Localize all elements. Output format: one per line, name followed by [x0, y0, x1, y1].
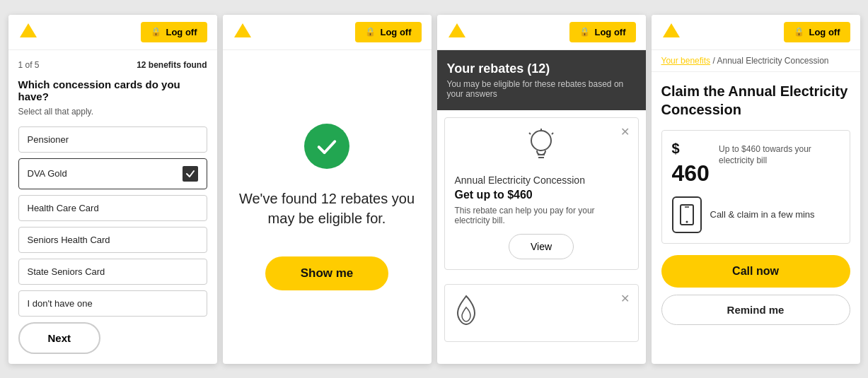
detail-body: Claim the Annual Electricity Concession … [652, 72, 860, 364]
option-dva-gold[interactable]: DVA Gold [18, 158, 207, 189]
lock-icon-4: 🔒 [794, 27, 804, 37]
detail-title: Claim the Annual Electricity Concession [661, 82, 850, 119]
cba-logo-3 [447, 22, 467, 42]
option-pensioner[interactable]: Pensioner [18, 126, 207, 153]
remind-me-label: Remind me [727, 304, 785, 316]
svg-marker-9 [663, 23, 680, 37]
screens-container: 🔒 Log off 1 of 5 12 benefits found Which… [1, 8, 867, 371]
screen-3: 🔒 Log off Your rebates (12) You may be e… [437, 15, 646, 364]
cba-logo-2 [233, 22, 253, 42]
rebate-desc-1: This rebate can help you pay for your el… [455, 206, 628, 225]
svg-point-11 [685, 220, 688, 223]
detail-card: $ 460 Up to $460 towards your electricit… [661, 130, 850, 244]
call-now-label: Call now [732, 265, 779, 277]
header-3: 🔒 Log off [437, 15, 646, 50]
breadcrumb-link[interactable]: Your benefits [661, 56, 711, 66]
checkmark-dva-gold [183, 166, 198, 182]
remind-me-button[interactable]: Remind me [661, 295, 850, 325]
bulb-icon [525, 128, 557, 167]
logoff-button-2[interactable]: 🔒 Log off [355, 22, 421, 42]
rebate-close-1[interactable]: ✕ [620, 125, 630, 138]
header-4: 🔒 Log off [652, 15, 860, 50]
svg-marker-0 [20, 23, 37, 37]
cba-logo-4 [661, 22, 681, 42]
rebate-amount-1: Get up to $460 [455, 189, 628, 201]
rebate-close-2[interactable]: ✕ [620, 292, 630, 305]
rebates-header: Your rebates (12) You may be eligible fo… [437, 50, 646, 110]
lock-icon-1: 🔒 [151, 27, 161, 37]
lock-icon-3: 🔒 [579, 27, 590, 37]
lock-icon-2: 🔒 [365, 27, 376, 37]
header-1: 🔒 Log off [8, 15, 217, 50]
logoff-label-1: Log off [166, 27, 197, 37]
next-button[interactable]: Next [18, 322, 101, 354]
next-label: Next [48, 332, 71, 344]
rebates-title: Your rebates (12) [447, 61, 636, 76]
option-label-dva-gold: DVA Gold [28, 168, 67, 179]
dollar-sign: $ [672, 141, 680, 156]
phone-icon [672, 196, 702, 233]
show-me-label: Show me [301, 266, 354, 280]
logoff-button-1[interactable]: 🔒 Log off [141, 22, 207, 42]
logoff-button-3[interactable]: 🔒 Log off [569, 22, 635, 42]
view-label-1: View [531, 241, 552, 252]
amount-row: $ 460 Up to $460 towards your electricit… [672, 141, 840, 187]
option-label-no-card: I don't have one [28, 298, 93, 309]
option-health-care[interactable]: Health Care Card [18, 195, 207, 221]
logoff-label-2: Log off [380, 27, 411, 37]
benefits-found: 12 benefits found [137, 60, 207, 70]
rebate-card-2: ✕ [444, 284, 639, 342]
option-label-pensioner: Pensioner [28, 134, 69, 145]
header-2: 🔒 Log off [223, 15, 432, 50]
logoff-label-4: Log off [809, 27, 840, 37]
logoff-label-3: Log off [594, 27, 625, 37]
screen-4: 🔒 Log off Your benefits / Annual Electri… [652, 15, 860, 364]
rebate-name-1: Annual Electricity Concession [455, 175, 628, 186]
option-state-seniors[interactable]: State Seniors Card [18, 259, 207, 285]
call-row: Call & claim in a few mins [672, 196, 840, 233]
cba-logo [18, 22, 38, 42]
screen-2: 🔒 Log off We've found 12 rebates you may… [223, 15, 432, 364]
option-label-health-care: Health Care Card [28, 203, 99, 213]
progress-row: 1 of 5 12 benefits found [18, 60, 207, 70]
select-all-instruction: Select all that apply. [18, 107, 207, 117]
bulb-icon-area [455, 128, 628, 167]
amount-desc: Up to $460 towards your electricity bill [719, 141, 839, 167]
option-seniors-health[interactable]: Seniors Health Card [18, 227, 207, 253]
option-label-state-seniors: State Seniors Card [28, 266, 105, 277]
svg-line-8 [552, 133, 553, 134]
show-me-button[interactable]: Show me [265, 256, 389, 290]
option-label-seniors-health: Seniors Health Card [28, 235, 110, 245]
call-label: Call & claim in a few mins [710, 209, 815, 220]
flame-icon [455, 295, 478, 331]
view-button-1[interactable]: View [509, 234, 574, 259]
green-check-icon [304, 124, 349, 169]
found-text: We've found 12 rebates you may be eligib… [237, 189, 417, 228]
amount-value: 460 [672, 160, 710, 186]
screen1-body: 1 of 5 12 benefits found Which concessio… [8, 50, 217, 364]
step-indicator: 1 of 5 [18, 60, 40, 70]
breadcrumb: Your benefits / Annual Electricity Conce… [652, 50, 860, 72]
amount-value-container: $ 460 [672, 141, 719, 187]
breadcrumb-current: Annual Electricity Concession [717, 56, 828, 66]
option-no-card[interactable]: I don't have one [18, 290, 207, 317]
found-container: We've found 12 rebates you may be eligib… [223, 50, 432, 364]
svg-marker-1 [234, 23, 251, 37]
svg-marker-2 [449, 23, 465, 37]
rebate-card-1: ✕ Annual Electricity Concession Get up t… [444, 117, 639, 270]
call-now-button[interactable]: Call now [661, 255, 850, 288]
svg-point-3 [531, 131, 551, 150]
rebates-subtitle: You may be eligible for these rebates ba… [447, 79, 636, 99]
logoff-button-4[interactable]: 🔒 Log off [784, 22, 850, 42]
question-title: Which concession cards do you have? [18, 78, 207, 102]
screen-1: 🔒 Log off 1 of 5 12 benefits found Which… [8, 15, 217, 364]
svg-line-7 [529, 133, 531, 134]
